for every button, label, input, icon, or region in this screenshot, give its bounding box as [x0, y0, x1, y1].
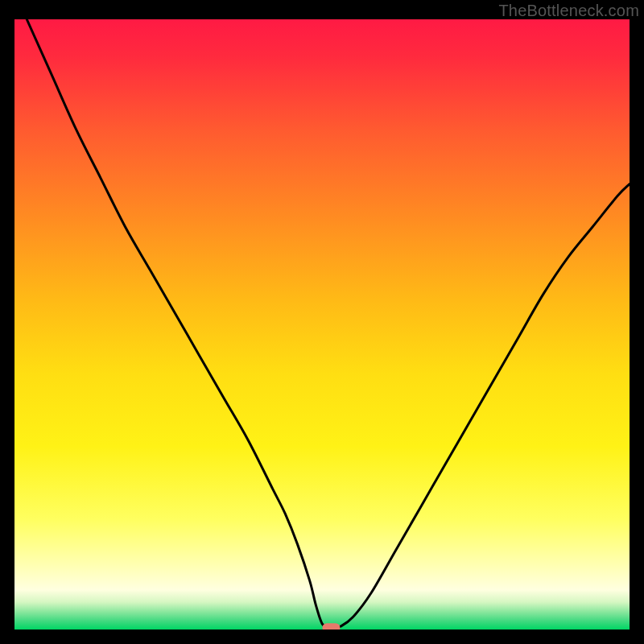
chart-svg [14, 19, 630, 630]
gradient-background [14, 19, 630, 630]
chart-frame: TheBottleneck.com [0, 0, 644, 644]
minimum-marker [322, 623, 340, 630]
plot-area [14, 19, 630, 630]
watermark-text: TheBottleneck.com [498, 2, 639, 20]
